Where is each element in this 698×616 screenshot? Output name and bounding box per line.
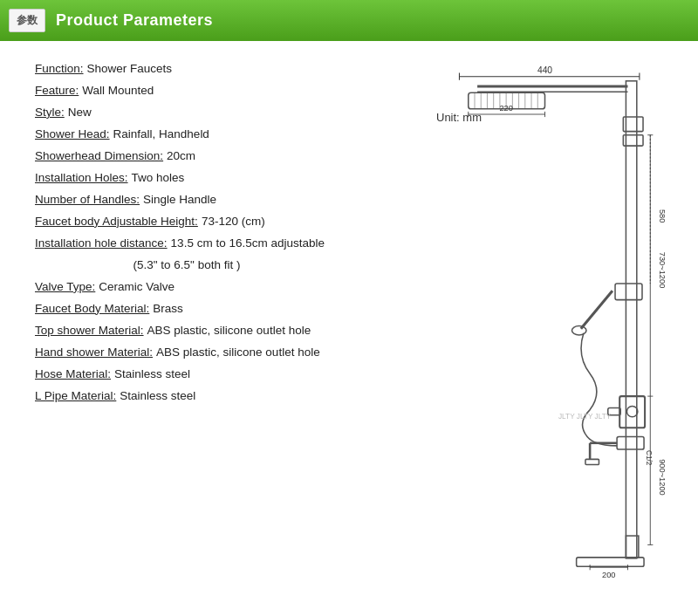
param-value-13: Stainless steel	[114, 364, 190, 386]
param-label-14: L Pipe Material:	[35, 386, 116, 407]
param-label-1: Feature:	[35, 80, 79, 102]
param-label-13: Hose Material:	[35, 364, 111, 386]
svg-text:220: 220	[499, 104, 513, 113]
param-line-1: Feature:Wall Mounted	[35, 80, 410, 102]
param-value-2: New	[68, 102, 92, 124]
param-label-8: Installation hole distance:	[35, 236, 168, 250]
params-panel: Function:Shower FaucetsFeature:Wall Moun…	[35, 58, 428, 599]
param-value-0: Shower Faucets	[87, 58, 173, 80]
param-label-7: Faucet body Adjustable Height:	[35, 211, 198, 233]
param-label-6: Number of Handles:	[35, 189, 140, 211]
param-value-12: ABS plastic, silicone outlet hole	[156, 342, 320, 364]
param-value-7: 73-120 (cm)	[202, 211, 265, 233]
param-line-4: Showerhead Dimension:20cm	[35, 146, 410, 168]
svg-text:JLTY    JLTY    JLTY: JLTY JLTY JLTY	[558, 413, 612, 421]
header-title: Product Parameters	[56, 11, 213, 30]
shower-diagram: 440 220	[445, 58, 672, 616]
param-line-8: Installation hole distance:13.5 cm to 16…	[35, 233, 410, 277]
param-line-7: Faucet body Adjustable Height:73-120 (cm…	[35, 211, 410, 233]
param-value-4: 20cm	[167, 146, 195, 168]
diagram-panel: Unit: mm 440	[428, 58, 672, 599]
param-value-14: Stainless steel	[120, 386, 195, 407]
param-line-14: L Pipe Material:Stainless steel	[35, 386, 410, 407]
svg-line-26	[581, 291, 612, 328]
param-label-9: Valve Type:	[35, 277, 95, 298]
param-line-2: Style:New	[35, 102, 410, 124]
param-value-6: Single Handle	[143, 189, 216, 211]
param-label-12: Hand shower Material:	[35, 342, 153, 364]
param-line-9: Valve Type:Ceramic Valve	[35, 277, 410, 298]
param-value-1: Wall Mounted	[82, 80, 154, 102]
param-value-11: ABS plastic, silicone outlet hole	[147, 320, 311, 342]
param-label-3: Shower Head:	[35, 124, 110, 146]
param-label-11: Top shower Material:	[35, 320, 144, 342]
svg-text:200: 200	[602, 571, 616, 579]
param-line-10: Faucet Body Material:Brass	[35, 298, 410, 320]
param-label-10: Faucet Body Material:	[35, 298, 149, 320]
param-line-13: Hose Material:Stainless steel	[35, 364, 410, 386]
svg-text:900~1200: 900~1200	[658, 459, 667, 496]
param-value-8-cont: (5.3" to 6.5" both fit )	[35, 258, 240, 271]
param-line-0: Function:Shower Faucets	[35, 58, 410, 80]
param-label-5: Installation Holes:	[35, 168, 128, 189]
svg-text:C1/2: C1/2	[645, 450, 653, 466]
param-value-8: 13.5 cm to 16.5cm adjustable	[171, 236, 325, 250]
param-line-3: Shower Head:Rainfall, Handheld	[35, 124, 410, 146]
svg-text:580: 580	[658, 209, 667, 223]
param-value-9: Ceramic Valve	[99, 277, 174, 298]
svg-rect-28	[619, 396, 645, 428]
svg-text:730~1200: 730~1200	[658, 252, 667, 289]
param-value-3: Rainfall, Handheld	[113, 124, 209, 146]
svg-rect-25	[615, 284, 642, 300]
param-line-12: Hand shower Material:ABS plastic, silico…	[35, 342, 410, 364]
header-badge: 参数	[9, 9, 45, 32]
param-value-5: Two holes	[132, 168, 185, 189]
svg-point-29	[626, 406, 637, 416]
header: 参数 Product Parameters	[0, 0, 698, 41]
param-value-10: Brass	[153, 298, 183, 320]
param-line-6: Number of Handles:Single Handle	[35, 189, 410, 211]
param-label-4: Showerhead Dimension:	[35, 146, 163, 168]
svg-rect-31	[617, 437, 644, 449]
param-line-11: Top shower Material:ABS plastic, silicon…	[35, 320, 410, 342]
param-line-5: Installation Holes:Two holes	[35, 168, 410, 189]
svg-text:440: 440	[537, 65, 552, 75]
svg-rect-34	[585, 459, 599, 464]
main-content: Function:Shower FaucetsFeature:Wall Moun…	[0, 41, 698, 616]
param-label-2: Style:	[35, 102, 65, 124]
param-label-0: Function:	[35, 58, 84, 80]
svg-rect-4	[626, 81, 636, 558]
